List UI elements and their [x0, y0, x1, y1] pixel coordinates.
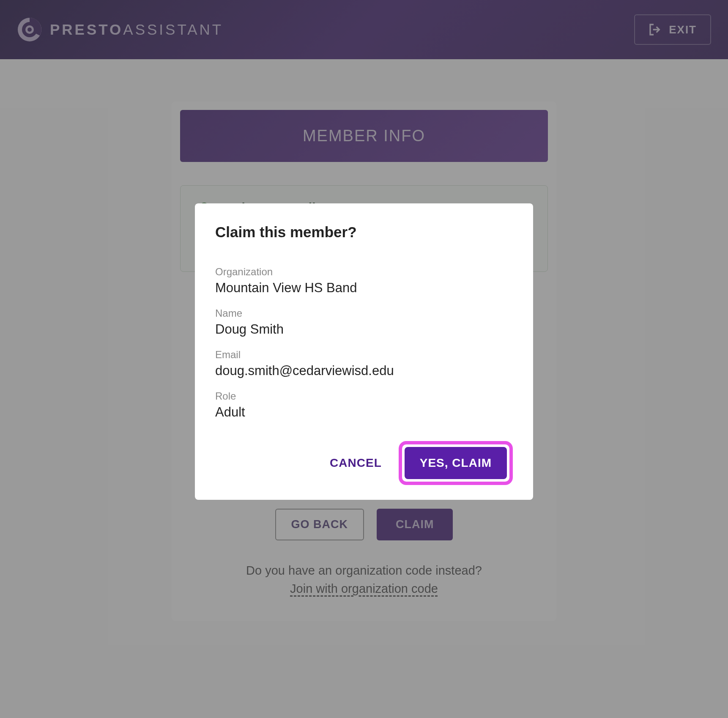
yes-claim-button[interactable]: YES, CLAIM [405, 447, 507, 479]
role-label: Role [215, 390, 513, 402]
role-value: Adult [215, 405, 513, 420]
field-organization: Organization Mountain View HS Band [215, 266, 513, 296]
name-value: Doug Smith [215, 322, 513, 337]
yes-claim-highlight: YES, CLAIM [399, 441, 513, 485]
modal-title: Claim this member? [215, 224, 513, 241]
modal-overlay[interactable]: Claim this member? Organization Mountain… [0, 0, 728, 718]
organization-value: Mountain View HS Band [215, 280, 513, 296]
name-label: Name [215, 307, 513, 319]
email-value: doug.smith@cedarviewisd.edu [215, 363, 513, 378]
field-role: Role Adult [215, 390, 513, 420]
organization-label: Organization [215, 266, 513, 278]
field-email: Email doug.smith@cedarviewisd.edu [215, 349, 513, 378]
field-name: Name Doug Smith [215, 307, 513, 337]
email-label: Email [215, 349, 513, 361]
claim-member-modal: Claim this member? Organization Mountain… [195, 203, 533, 500]
modal-buttons: CANCEL YES, CLAIM [215, 441, 513, 485]
cancel-button[interactable]: CANCEL [320, 449, 392, 477]
